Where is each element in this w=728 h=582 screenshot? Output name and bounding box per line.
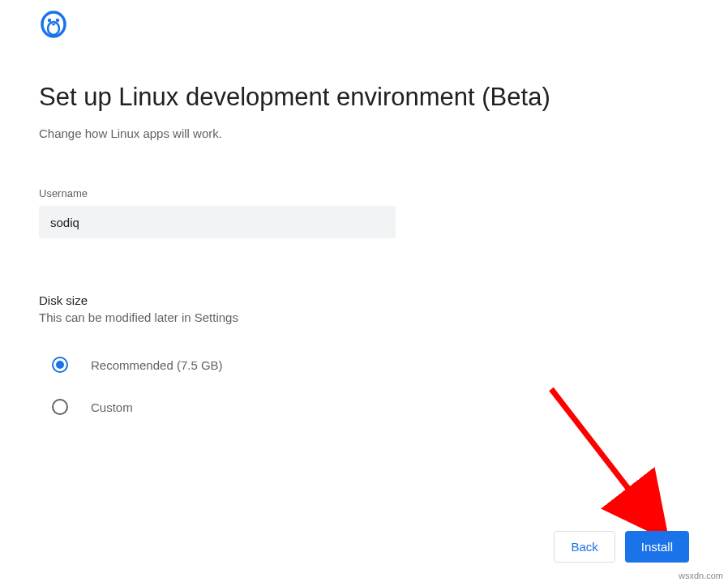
- watermark-text: wsxdn.com: [679, 571, 723, 580]
- disk-size-subtitle: This can be modified later in Settings: [39, 310, 689, 324]
- page-title: Set up Linux development environment (Be…: [39, 83, 689, 112]
- penguin-icon: [39, 10, 689, 42]
- page-subtitle: Change how Linux apps will work.: [39, 126, 689, 140]
- radio-option-custom[interactable]: Custom: [52, 399, 689, 415]
- username-label: Username: [39, 187, 689, 199]
- radio-label-recommended: Recommended (7.5 GB): [91, 358, 223, 372]
- username-input[interactable]: [39, 206, 396, 238]
- back-button[interactable]: Back: [554, 531, 615, 563]
- disk-size-title: Disk size: [39, 293, 689, 307]
- svg-point-3: [56, 19, 59, 22]
- radio-unselected-icon: [52, 399, 68, 415]
- svg-point-2: [48, 19, 51, 22]
- install-button[interactable]: Install: [625, 531, 689, 563]
- radio-option-recommended[interactable]: Recommended (7.5 GB): [52, 357, 689, 373]
- radio-selected-icon: [52, 357, 68, 373]
- radio-label-custom: Custom: [91, 400, 133, 414]
